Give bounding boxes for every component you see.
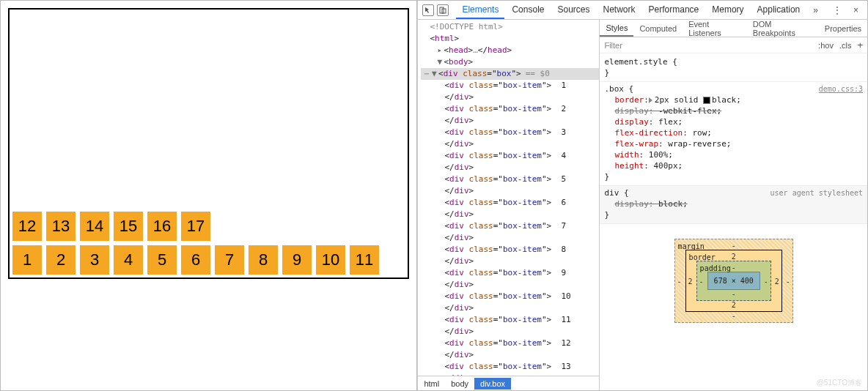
tab-elements[interactable]: Elements [456, 1, 504, 19]
box-item: 6 [181, 245, 210, 275]
bm-margin-left: - [677, 275, 682, 286]
dom-node[interactable]: <div class="box-item"> 8 [421, 244, 599, 256]
cls-toggle[interactable]: .cls [839, 41, 852, 50]
dom-node[interactable]: </div> [421, 115, 599, 127]
box-item: 11 [350, 245, 379, 275]
bm-padding-right: - [764, 275, 768, 286]
box-item: 5 [147, 245, 177, 275]
dom-node[interactable]: </div> [421, 349, 599, 361]
dom-node[interactable]: ▼<body> [421, 56, 599, 68]
hov-toggle[interactable]: :hov [818, 41, 834, 50]
close-brace: } [604, 171, 863, 182]
color-swatch-icon[interactable] [703, 97, 710, 104]
box-item: 2 [46, 245, 76, 275]
dom-node[interactable]: <html> [421, 33, 599, 45]
box-item: 16 [147, 212, 177, 241]
dom-node[interactable]: </div> [421, 302, 599, 314]
prop-flex-direction[interactable]: flex-direction: row; [604, 127, 863, 138]
breadcrumb: html body div.box [418, 376, 599, 390]
box-item: 7 [215, 245, 244, 275]
page-preview: 1234567891011121314151617 [1, 1, 417, 390]
styles-filter-row: Filter :hov .cls + [600, 37, 867, 53]
dom-node[interactable]: </div> [421, 279, 599, 291]
bm-border-left: 2 [688, 275, 693, 286]
dom-node[interactable]: <div class="box-item"> 5 [421, 174, 599, 185]
dom-node[interactable]: <div class="box-item"> 10 [421, 291, 599, 302]
dom-node[interactable]: <div class="box-item"> 12 [421, 338, 599, 349]
prop-width[interactable]: width: 100%; [604, 149, 863, 160]
styles-tab-dom-breakpoints[interactable]: DOM Breakpoints [747, 17, 819, 40]
tab-console[interactable]: Console [506, 1, 550, 19]
dom-node[interactable]: <div class="box-item"> 2 [421, 103, 599, 115]
styles-pane: StylesComputedEvent ListenersDOM Breakpo… [600, 20, 867, 390]
dom-node[interactable]: <div class="box-item"> 9 [421, 267, 599, 279]
rule-origin-ua: user agent stylesheet [770, 187, 863, 198]
device-icon[interactable] [437, 4, 449, 16]
dom-node[interactable]: </div> [421, 162, 599, 174]
bm-padding-label: padding [700, 263, 731, 274]
crumb-html[interactable]: html [418, 378, 445, 390]
tabs-overflow-icon[interactable]: » [809, 5, 823, 15]
styles-rules[interactable]: element.style { } demo.css:3 .box { bord… [600, 53, 867, 390]
dom-node[interactable]: <!DOCTYPE html> [421, 21, 599, 33]
dom-node[interactable]: <div class="box-item"> 13 [421, 361, 599, 373]
rule-user-agent: user agent stylesheet div { display: blo… [600, 186, 867, 224]
dom-node[interactable]: ⋯▼<div class="box">== $0 [421, 68, 599, 80]
dom-node[interactable]: </div> [421, 326, 599, 338]
dom-node[interactable]: <div class="box-item"> 4 [421, 150, 599, 162]
dom-node[interactable]: <div class="box-item"> 1 [421, 80, 599, 92]
styles-tab-event-listeners[interactable]: Event Listeners [683, 17, 747, 40]
box-item: 9 [282, 245, 312, 275]
rule-origin-link[interactable]: demo.css:3 [819, 83, 863, 94]
box-item: 17 [181, 212, 210, 241]
dom-node[interactable]: </div> [421, 185, 599, 197]
selector-element-style: element.style { [604, 56, 863, 67]
menu-icon[interactable]: ⋮ [828, 5, 846, 15]
prop-flex-wrap[interactable]: flex-wrap: wrap-reverse; [604, 138, 863, 149]
dom-node[interactable]: </div> [421, 256, 599, 267]
dom-node[interactable]: </div> [421, 232, 599, 244]
box-item: 14 [80, 212, 109, 241]
dom-node[interactable]: </div> [421, 138, 599, 150]
flex-box-container: 1234567891011121314151617 [8, 8, 409, 279]
prop-border[interactable]: border:2px solid black; [604, 94, 863, 105]
box-item: 15 [114, 212, 143, 241]
close-brace: } [604, 209, 863, 220]
styles-tab-bar: StylesComputedEvent ListenersDOM Breakpo… [600, 20, 867, 37]
dom-node[interactable]: <div class="box-item"> 11 [421, 314, 599, 326]
bm-content-size: 678 × 400 [707, 272, 760, 290]
styles-tab-properties[interactable]: Properties [819, 21, 867, 36]
box-item: 8 [249, 245, 278, 275]
tab-network[interactable]: Network [597, 1, 641, 19]
devtools: ElementsConsoleSourcesNetworkPerformance… [417, 1, 867, 390]
box-item: 3 [80, 245, 109, 275]
prop-height[interactable]: height: 400px; [604, 160, 863, 171]
tab-sources[interactable]: Sources [551, 1, 595, 19]
styles-tab-styles[interactable]: Styles [600, 21, 633, 37]
dom-node[interactable]: </div> [421, 92, 599, 103]
crumb-body[interactable]: body [445, 378, 474, 390]
dom-node[interactable]: </div> [421, 209, 599, 220]
box-item: 1 [12, 245, 42, 275]
close-icon[interactable]: × [849, 5, 863, 15]
dom-node[interactable]: <div class="box-item"> 7 [421, 220, 599, 232]
elements-dom-pane: <!DOCTYPE html><html>▸<head>…</head>▼<bo… [418, 20, 600, 390]
watermark: @51CTO博客 [817, 378, 862, 388]
crumb-div-box[interactable]: div.box [474, 378, 511, 390]
styles-tab-computed[interactable]: Computed [633, 21, 683, 36]
box-item: 4 [114, 245, 143, 275]
bm-padding-bottom: - [732, 288, 736, 299]
dom-tree[interactable]: <!DOCTYPE html><html>▸<head>…</head>▼<bo… [418, 20, 599, 376]
styles-filter-input[interactable]: Filter [604, 41, 622, 50]
dom-node[interactable]: <div class="box-item"> 3 [421, 127, 599, 138]
dom-node[interactable]: ▸<head>…</head> [421, 45, 599, 56]
dom-node[interactable]: <div class="box-item"> 6 [421, 197, 599, 209]
bm-border-bottom: 2 [732, 299, 736, 310]
prop-display-webkit[interactable]: display: -webkit-flex; [604, 105, 863, 116]
rule-element-style: element.style { } [600, 55, 867, 82]
box-model-diagram: margin - - - - border 2 2 2 2 [600, 224, 867, 338]
box-item: 12 [12, 212, 42, 241]
inspect-icon[interactable] [422, 4, 434, 16]
new-rule-button[interactable]: + [857, 40, 863, 51]
prop-display[interactable]: display: flex; [604, 116, 863, 127]
